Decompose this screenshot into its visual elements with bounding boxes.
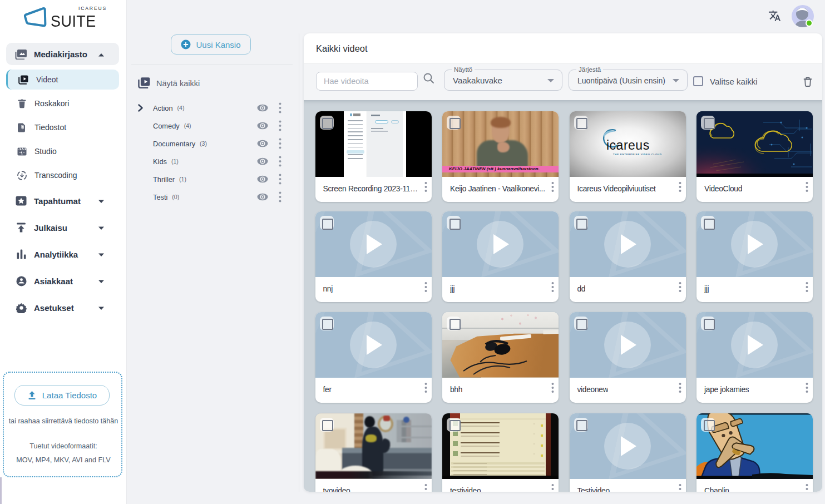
svg-text:THE ENTERPRISE VIDEO CLOUD: THE ENTERPRISE VIDEO CLOUD [613,152,662,155]
svg-text:icareus: icareus [606,138,650,152]
